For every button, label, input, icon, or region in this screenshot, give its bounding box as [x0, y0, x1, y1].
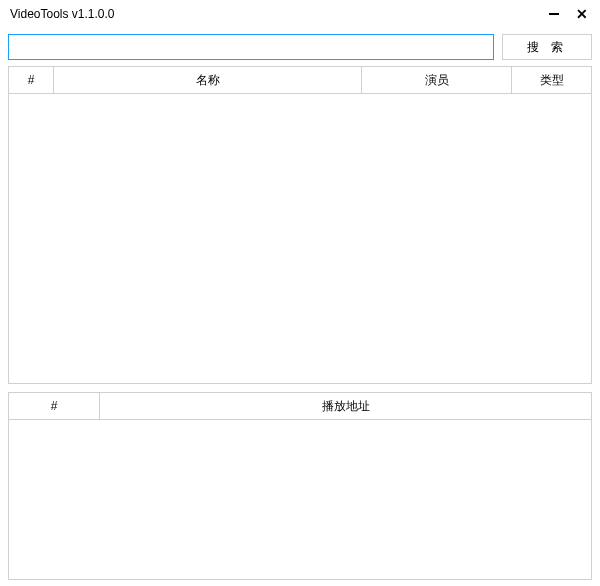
titlebar-controls: ✕: [546, 6, 590, 22]
search-button[interactable]: 搜 索: [502, 34, 592, 60]
titlebar: VideoTools v1.1.0.0 ✕: [0, 0, 600, 28]
column-header-url[interactable]: 播放地址: [100, 393, 592, 419]
results-table-body[interactable]: [8, 94, 592, 384]
search-input[interactable]: [8, 34, 494, 60]
column-header-actor[interactable]: 演员: [362, 67, 512, 93]
minimize-icon: [549, 13, 559, 15]
window-title: VideoTools v1.1.0.0: [10, 7, 115, 21]
minimize-button[interactable]: [546, 6, 562, 22]
column-header-name[interactable]: 名称: [54, 67, 362, 93]
playback-table: # 播放地址: [8, 392, 592, 580]
search-row: 搜 索: [0, 28, 600, 66]
close-icon: ✕: [576, 7, 588, 21]
column-header-index[interactable]: #: [8, 67, 54, 93]
playback-table-body[interactable]: [8, 420, 592, 580]
column-header-type[interactable]: 类型: [512, 67, 592, 93]
results-table: # 名称 演员 类型: [8, 66, 592, 384]
column-header-index[interactable]: #: [8, 393, 100, 419]
close-button[interactable]: ✕: [574, 6, 590, 22]
playback-table-header: # 播放地址: [8, 392, 592, 420]
results-table-header: # 名称 演员 类型: [8, 66, 592, 94]
